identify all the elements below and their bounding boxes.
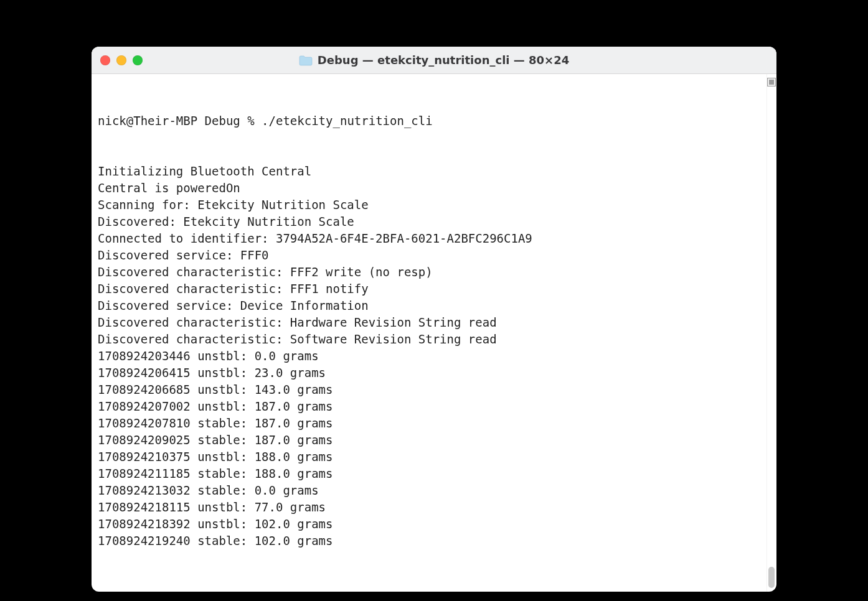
maximize-button[interactable] <box>133 55 143 65</box>
terminal-output-line: 1708924218392 unstbl: 102.0 grams <box>92 516 767 533</box>
terminal-output-line: 1708924209025 stable: 187.0 grams <box>92 432 767 449</box>
terminal-output-line: Connected to identifier: 3794A52A-6F4E-2… <box>92 230 767 247</box>
terminal-output-line: 1708924207810 stable: 187.0 grams <box>92 415 767 432</box>
terminal-output-line: 1708924213032 stable: 0.0 grams <box>92 482 767 499</box>
terminal-output-line: Discovered characteristic: FFF1 notify <box>92 281 767 297</box>
traffic-lights <box>100 55 143 65</box>
command: ./etekcity_nutrition_cli <box>262 114 433 128</box>
terminal-output-line: Initializing Bluetooth Central <box>92 163 767 180</box>
terminal-output-line: Discovered characteristic: Hardware Revi… <box>92 314 767 331</box>
terminal-output-line: Discovered characteristic: FFF2 write (n… <box>92 264 767 281</box>
titlebar[interactable]: Debug — etekcity_nutrition_cli — 80×24 <box>92 47 776 74</box>
scroll-thumb[interactable] <box>768 567 775 588</box>
title-wrap: Debug — etekcity_nutrition_cli — 80×24 <box>92 54 776 67</box>
close-button[interactable] <box>100 55 110 65</box>
terminal-output-line: Discovered: Etekcity Nutrition Scale <box>92 213 767 230</box>
prompt: nick@Their-MBP Debug % <box>98 114 262 128</box>
terminal-output-line: Scanning for: Etekcity Nutrition Scale <box>92 197 767 213</box>
terminal-output-line: 1708924206415 unstbl: 23.0 grams <box>92 365 767 381</box>
terminal-output-line: 1708924210375 unstbl: 188.0 grams <box>92 449 767 465</box>
scroll-position-indicator-icon[interactable] <box>767 78 776 86</box>
terminal-window: Debug — etekcity_nutrition_cli — 80×24 n… <box>92 47 776 592</box>
terminal-output-line: 1708924219240 stable: 102.0 grams <box>92 533 767 549</box>
terminal-output-line: 1708924218115 unstbl: 77.0 grams <box>92 499 767 516</box>
terminal-output-line: 1708924211185 stable: 188.0 grams <box>92 465 767 482</box>
scrollbar[interactable] <box>767 74 776 592</box>
folder-icon <box>299 55 313 66</box>
terminal-output-line: Discovered service: FFF0 <box>92 247 767 264</box>
content-area: nick@Their-MBP Debug % ./etekcity_nutrit… <box>92 74 776 592</box>
prompt-line: nick@Their-MBP Debug % ./etekcity_nutrit… <box>92 113 767 129</box>
window-title: Debug — etekcity_nutrition_cli — 80×24 <box>318 54 569 67</box>
terminal-content[interactable]: nick@Their-MBP Debug % ./etekcity_nutrit… <box>92 74 767 592</box>
terminal-output-line: Central is poweredOn <box>92 180 767 197</box>
terminal-output-line: Discovered characteristic: Software Revi… <box>92 331 767 348</box>
minimize-button[interactable] <box>116 55 126 65</box>
terminal-output-line: 1708924206685 unstbl: 143.0 grams <box>92 381 767 398</box>
terminal-output-line: Discovered service: Device Information <box>92 297 767 314</box>
terminal-output-line: 1708924203446 unstbl: 0.0 grams <box>92 348 767 365</box>
terminal-output-line: 1708924207002 unstbl: 187.0 grams <box>92 398 767 415</box>
